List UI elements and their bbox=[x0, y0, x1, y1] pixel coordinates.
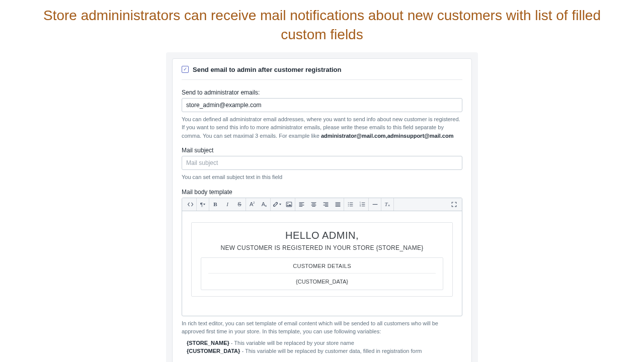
svg-text:3: 3 bbox=[359, 205, 361, 207]
link-button[interactable] bbox=[271, 198, 283, 210]
svg-rect-8 bbox=[372, 204, 377, 205]
emails-input[interactable] bbox=[182, 98, 462, 112]
align-left-button[interactable] bbox=[295, 198, 307, 210]
align-right-button[interactable] bbox=[319, 198, 332, 210]
bold-button[interactable]: B bbox=[209, 198, 221, 210]
emails-help: You can defined all administrator email … bbox=[182, 115, 462, 140]
customer-details-box: CUSTOMER DETAILS {CUSTOMER_DATA} bbox=[201, 257, 443, 290]
customer-details-title: CUSTOMER DETAILS bbox=[208, 263, 436, 274]
subject-input[interactable] bbox=[182, 156, 462, 170]
svg-point-1 bbox=[287, 203, 288, 204]
align-justify-button[interactable] bbox=[332, 198, 344, 210]
emails-field-group: Send to administrator emails: You can de… bbox=[182, 89, 462, 140]
body-field-group: Mail body template ¶ B I S A² bbox=[182, 189, 462, 355]
ordered-list-button[interactable]: 123 bbox=[356, 198, 368, 210]
strikethrough-button[interactable]: S bbox=[233, 198, 246, 210]
page-title: Store admininistrators can receive mail … bbox=[0, 0, 644, 52]
svg-point-3 bbox=[348, 204, 349, 205]
editor-content[interactable]: HELLO ADMIN, NEW CUSTOMER IS REGISTERED … bbox=[182, 211, 462, 316]
code-view-button[interactable] bbox=[184, 198, 196, 210]
subject-help: You can set email subject text in this f… bbox=[182, 173, 462, 182]
body-help: In rich text editor, you can set templat… bbox=[182, 319, 462, 336]
section-header: ✓ Send email to admin after customer reg… bbox=[182, 66, 462, 80]
settings-panel: ✓ Send email to admin after customer reg… bbox=[172, 58, 472, 362]
mail-preview: HELLO ADMIN, NEW CUSTOMER IS REGISTERED … bbox=[191, 222, 453, 297]
superscript-button[interactable]: A² bbox=[246, 198, 258, 210]
mail-subheading: NEW CUSTOMER IS REGISTERED IN YOUR STORE… bbox=[201, 244, 443, 251]
subject-label: Mail subject bbox=[182, 147, 462, 154]
send-email-checkbox[interactable]: ✓ bbox=[182, 66, 189, 73]
rich-text-editor: ¶ B I S A² A₂ bbox=[182, 198, 462, 316]
italic-button[interactable]: I bbox=[221, 198, 233, 210]
clear-format-button[interactable]: T× bbox=[381, 198, 393, 210]
variable-customer-data: {CUSTOMER_DATA} - This variable will be … bbox=[187, 347, 462, 355]
customer-details-content: {CUSTOMER_DATA} bbox=[208, 274, 436, 285]
svg-point-2 bbox=[348, 202, 349, 203]
section-title: Send email to admin after customer regis… bbox=[193, 66, 341, 73]
panel-container: ✓ Send email to admin after customer reg… bbox=[166, 52, 478, 362]
unordered-list-button[interactable] bbox=[344, 198, 356, 210]
editor-toolbar: ¶ B I S A² A₂ bbox=[182, 198, 462, 211]
image-button[interactable] bbox=[283, 198, 295, 210]
variables-list: {STORE_NAME} - This variable will be rep… bbox=[187, 339, 462, 355]
horizontal-rule-button[interactable] bbox=[369, 198, 381, 210]
align-center-button[interactable] bbox=[307, 198, 319, 210]
fullscreen-button[interactable] bbox=[448, 198, 460, 210]
svg-point-4 bbox=[348, 206, 349, 207]
variable-store-name: {STORE_NAME} - This variable will be rep… bbox=[187, 339, 462, 347]
subscript-button[interactable]: A₂ bbox=[258, 198, 270, 210]
emails-label: Send to administrator emails: bbox=[182, 89, 462, 96]
body-label: Mail body template bbox=[182, 189, 462, 196]
subject-field-group: Mail subject You can set email subject t… bbox=[182, 147, 462, 182]
mail-greeting: HELLO ADMIN, bbox=[201, 230, 443, 241]
paragraph-style-button[interactable]: ¶ bbox=[197, 198, 209, 210]
